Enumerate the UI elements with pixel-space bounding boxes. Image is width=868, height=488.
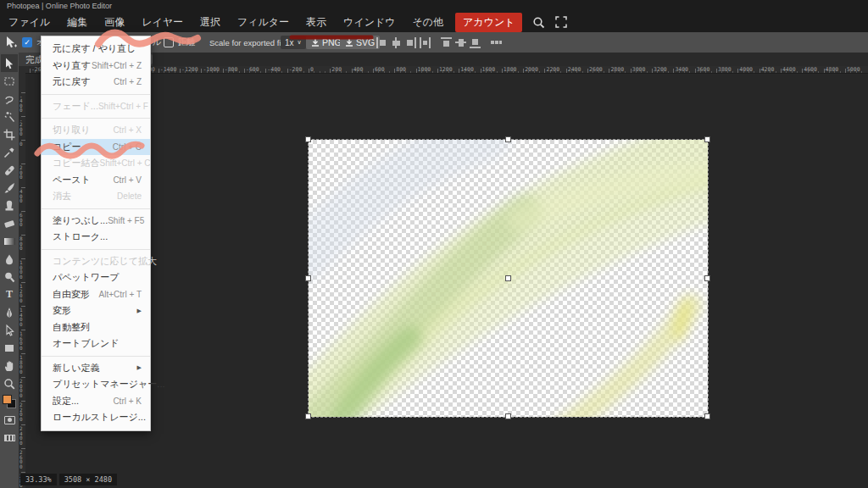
ruler-minor-tick [732,71,733,73]
account-button[interactable]: アカウント [455,13,522,32]
transform-handle[interactable] [505,136,511,142]
hand-tool-button[interactable] [1,357,18,374]
color-swatches[interactable] [3,395,16,408]
transform-handle[interactable] [505,413,511,419]
shortcuts-button[interactable] [1,429,18,446]
eraser-tool-button[interactable] [1,214,18,232]
edit-menu-item-22[interactable]: 新しい定義▶ [42,360,150,377]
transform-handle[interactable] [704,136,710,142]
menu-item-shortcut: Shift+Ctrl + F [98,102,148,111]
ruler-label: 2600 [19,450,25,469]
menu-item-label: ローカルストレージ... [53,411,146,424]
edit-menu-item-1[interactable]: やり直すShift+Ctrl + Z [42,58,150,75]
ruler-minor-tick [346,71,347,73]
edit-menu-item-15: コンテンツに応じて拡大 [42,253,150,270]
dodge-tool-button[interactable] [1,268,18,286]
brush-tool-button[interactable] [1,179,18,197]
gradient-tool-button[interactable] [1,232,18,250]
foreground-color-swatch[interactable] [3,395,12,404]
ruler-label: 800 [396,66,406,73]
edit-menu-item-20[interactable]: オートブレンド [42,336,150,352]
ruler-tick [587,69,588,73]
menu-item-shortcut: Ctrl + Z [114,77,142,86]
ruler-label: 2000 [525,66,538,73]
auto-select-checkbox[interactable]: ✓ [22,32,32,53]
menu-item-5[interactable]: フィルター [229,12,298,32]
search-icon[interactable] [532,16,545,29]
spot-heal-tool-button[interactable] [1,161,18,179]
transform-handle[interactable] [305,136,311,142]
ruler-minor-tick [281,71,282,73]
type-tool-button[interactable]: T [1,286,18,303]
magic-wand-tool-button[interactable] [1,108,18,125]
zoom-level[interactable]: 33.33% [20,474,57,485]
marquee-select-tool-button[interactable] [1,72,18,90]
ruler-minor-tick [389,71,390,73]
transform-handle[interactable] [704,275,710,281]
menu-item-0[interactable]: ファイル [0,12,58,32]
download-icon [311,38,320,47]
transform-handle[interactable] [704,413,710,419]
quick-mask-button[interactable] [1,411,18,429]
edit-menu-item-13[interactable]: ストローク... [42,229,150,246]
edit-menu-item-18[interactable]: 変形▶ [42,302,150,319]
menu-item-8[interactable]: その他 [404,12,453,32]
move-tool-button[interactable] [1,54,18,72]
transform-handle[interactable] [505,275,511,281]
crop-tool-button[interactable] [1,125,18,143]
align-bottom-icon[interactable] [470,37,481,48]
edit-menu-item-19[interactable]: 自動整列 [42,319,150,336]
zoom-tool-button[interactable] [1,374,18,392]
ruler-label: 2000 [19,379,25,397]
distribute-options-icon[interactable] [491,37,502,48]
scale-dropdown[interactable]: 1x∨ [281,32,306,53]
align-middle-icon[interactable] [455,37,466,48]
ruler-tick [523,69,524,73]
menu-item-4[interactable]: 選択 [192,12,229,32]
align-left-icon[interactable] [376,37,387,48]
align-center-horizontal-icon[interactable] [391,37,402,48]
menu-item-label: 変形 [53,304,71,317]
distribute-horizontal-icon[interactable] [420,37,431,48]
transform-handle[interactable] [305,275,311,281]
menu-item-shortcut: Ctrl + V [113,175,142,185]
distance-checkbox[interactable] [164,32,174,53]
edit-menu-item-23[interactable]: プリセットマネージャー... [42,376,150,393]
edit-menu-item-9[interactable]: ペーストCtrl + V [42,172,150,189]
export-svg-button[interactable]: SVG [340,32,380,53]
ruler-tick [631,69,632,73]
edit-menu-item-7[interactable]: コピーCtrl + C [42,139,150,156]
edit-menu-item-0[interactable]: 元に戻す / やり直し [42,41,150,58]
ruler-tick [673,69,674,73]
ruler-label: 1000 [19,260,25,279]
ruler-minor-tick [582,71,583,73]
edit-menu-item-12[interactable]: 塗りつぶし...Shift + F5 [42,213,150,230]
menu-item-6[interactable]: 表示 [298,12,335,32]
menu-item-7[interactable]: ウインドウ [335,12,403,32]
shape-tool-button[interactable] [1,339,18,357]
edit-menu-item-2[interactable]: 元に戻すCtrl + Z [42,74,150,91]
lasso-tool-button[interactable] [1,90,18,108]
menu-item-3[interactable]: レイヤー [133,12,192,32]
edit-menu-item-24[interactable]: 設定...Ctrl + K [42,393,150,410]
edit-menu-item-16[interactable]: パペットワープ [42,269,150,286]
svg-label: SVG [356,37,375,47]
pen-tool-button[interactable] [1,303,18,321]
ruler-tick [845,69,846,73]
menu-item-shortcut: Shift + F5 [108,216,144,225]
menu-item-label: フェード... [53,100,98,113]
edit-menu-item-25[interactable]: ローカルストレージ... [42,409,150,426]
eyedropper-tool-button[interactable] [1,143,18,161]
menu-item-2[interactable]: 画像 [96,12,133,32]
align-right-icon[interactable] [405,37,416,48]
blur-tool-button[interactable] [1,250,18,268]
path-select-tool-button[interactable] [1,321,18,339]
edit-menu-item-17[interactable]: 自由変形Alt+Ctrl + T [42,286,150,303]
menu-item-1[interactable]: 編集 [58,12,96,32]
transform-handle[interactable] [305,413,311,419]
clone-stamp-tool-button[interactable] [1,197,18,214]
ruler-tick [352,69,353,73]
align-top-icon[interactable] [441,37,452,48]
ruler-label: -400 [19,94,25,113]
fullscreen-icon[interactable] [555,16,567,28]
